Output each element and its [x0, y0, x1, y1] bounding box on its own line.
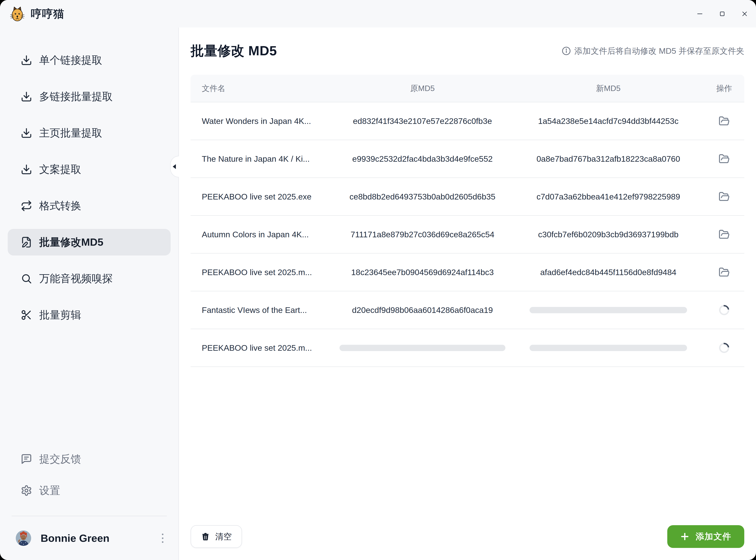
sidebar-item-label: 批量修改MD5	[39, 235, 103, 249]
user-row: Bonnie Green	[8, 516, 171, 560]
old-md5: 711171a8e879b27c036d69ce8a265c54	[338, 229, 507, 239]
avatar	[16, 531, 31, 546]
cat-logo-icon	[10, 4, 24, 23]
scissors-icon	[21, 309, 32, 321]
old-md5: e9939c2532d2fac4bda3b3d4e9fce552	[338, 154, 507, 164]
sidebar-item-batch-modify-md5[interactable]: 批量修改MD5	[8, 229, 171, 256]
open-folder-button[interactable]	[718, 153, 730, 165]
table-row: Autumn Colors in Japan 4K... 711171a8e87…	[191, 216, 744, 254]
sidebar-item-label: 多链接批量提取	[39, 89, 113, 104]
table-row: PEEKABOO live set 2025.m...	[191, 329, 744, 367]
feedback-icon	[21, 453, 32, 465]
open-folder-button[interactable]	[718, 115, 730, 127]
file-name: Fantastic VIews of the Eart...	[191, 305, 338, 315]
column-header-new-md5: 新MD5	[507, 83, 709, 94]
file-name: Autumn Colors in Japan 4K...	[191, 229, 338, 239]
sidebar-item-media-sniffer[interactable]: 万能音视频嗅探	[8, 265, 171, 292]
table-row: PEEKABOO live set 2025.exe ce8bd8b2ed649…	[191, 178, 744, 216]
file-name: PEEKABOO live set 2025.m...	[191, 267, 338, 277]
sidebar-item-label: 格式转换	[39, 199, 81, 213]
folder-open-icon	[719, 116, 730, 127]
processing-spinner-icon	[717, 303, 731, 317]
new-md5: c30fcb7ef6b0209b3cb9d36937199bdb	[507, 229, 709, 239]
sidebar-item-label: 批量剪辑	[39, 308, 81, 322]
table-row: Fantastic VIews of the Eart... d20ecdf9d…	[191, 292, 744, 329]
md5-table: 文件名 原MD5 新MD5 操作 Water Wonders in Japan …	[191, 75, 744, 367]
file-name: PEEKABOO live set 2025.exe	[191, 192, 338, 201]
search-icon	[21, 273, 32, 284]
table-row: Water Wonders in Japan 4K... ed832f41f34…	[191, 102, 744, 140]
app-window: 哼哼猫 单个链接提取 多链接批量提取	[0, 0, 756, 560]
sidebar-item-batch-clip[interactable]: 批量剪辑	[8, 302, 171, 328]
file-name: Water Wonders in Japan 4K...	[191, 116, 338, 126]
gear-icon	[21, 485, 32, 496]
sidebar-item-settings[interactable]: 设置	[8, 477, 171, 504]
title-bar: 哼哼猫	[0, 0, 756, 27]
user-name: Bonnie Green	[41, 532, 157, 544]
open-folder-button[interactable]	[718, 191, 730, 203]
auto-modify-hint: 添加文件后将自动修改 MD5 并保存至原文件夹	[562, 45, 744, 57]
new-md5: c7d07a3a62bbea41e412ef9798225989	[507, 192, 709, 201]
maximize-button[interactable]	[718, 10, 726, 18]
sidebar-item-label: 设置	[39, 483, 60, 498]
page-title: 批量修改 MD5	[191, 42, 277, 60]
hint-text: 添加文件后将自动修改 MD5 并保存至原文件夹	[574, 45, 744, 57]
sidebar-item-label: 提交反馈	[39, 452, 81, 466]
add-files-button[interactable]: 添加文件	[667, 525, 744, 548]
column-header-action: 操作	[709, 83, 744, 94]
sidebar-item-single-link-extract[interactable]: 单个链接提取	[8, 47, 171, 74]
clear-button-label: 清空	[215, 531, 232, 542]
trash-icon	[201, 532, 210, 541]
old-md5: 18c23645ee7b0904569d6924af114bc3	[338, 267, 507, 277]
table-row: The Nature in Japan 4K / Ki... e9939c253…	[191, 140, 744, 178]
download-icon	[21, 91, 32, 102]
file-edit-icon	[21, 236, 32, 248]
sidebar-collapse-handle[interactable]	[170, 156, 179, 177]
processing-spinner-icon	[717, 341, 731, 355]
old-md5: ce8bd8b2ed6493753b0ab0d2605d6b35	[338, 192, 507, 201]
sidebar-item-homepage-batch-extract[interactable]: 主页批量提取	[8, 120, 171, 146]
main-panel: 批量修改 MD5 添加文件后将自动修改 MD5 并保存至原文件夹 文件名 原MD…	[179, 27, 756, 560]
new-md5: afad6ef4edc84b445f1156d0e8fd9484	[507, 267, 709, 277]
new-md5: 1a54a238e5e14acfd7c94dd3bf44253c	[507, 116, 709, 126]
new-md5: 0a8e7bad767ba312afb18223ca8a0760	[507, 154, 709, 164]
clear-button[interactable]: 清空	[191, 525, 242, 548]
sidebar-item-label: 万能音视频嗅探	[39, 272, 113, 286]
info-icon	[562, 46, 571, 56]
column-header-old-md5: 原MD5	[338, 83, 507, 94]
sidebar: 单个链接提取 多链接批量提取 主页批量提取 文案提取	[0, 27, 179, 560]
sidebar-item-copywriting-extract[interactable]: 文案提取	[8, 156, 171, 183]
progress-placeholder	[530, 307, 687, 313]
table-header: 文件名 原MD5 新MD5 操作	[191, 75, 744, 102]
user-menu-button[interactable]	[157, 530, 168, 546]
sidebar-item-feedback[interactable]: 提交反馈	[8, 446, 171, 472]
sidebar-item-label: 单个链接提取	[39, 53, 102, 67]
actions-bar: 清空 添加文件	[191, 525, 744, 548]
folder-open-icon	[719, 229, 730, 240]
download-icon	[21, 55, 32, 66]
file-name: PEEKABOO live set 2025.m...	[191, 343, 338, 353]
convert-icon	[21, 200, 32, 212]
minimize-button[interactable]	[696, 10, 704, 18]
sidebar-item-label: 主页批量提取	[39, 126, 102, 140]
progress-placeholder	[530, 345, 687, 351]
folder-open-icon	[719, 191, 730, 202]
progress-placeholder	[339, 345, 505, 351]
chevron-left-icon	[173, 164, 176, 169]
old-md5: d20ecdf9d98b06aa6014286a6f0aca19	[338, 305, 507, 315]
plus-icon	[680, 532, 689, 541]
open-folder-button[interactable]	[718, 228, 730, 241]
folder-open-icon	[719, 267, 730, 278]
add-files-button-label: 添加文件	[696, 531, 731, 542]
download-icon	[21, 164, 32, 175]
close-button[interactable]	[741, 10, 749, 18]
sidebar-item-format-convert[interactable]: 格式转换	[8, 193, 171, 219]
sidebar-item-multi-link-extract[interactable]: 多链接批量提取	[8, 83, 171, 110]
app-title: 哼哼猫	[31, 6, 64, 21]
download-icon	[21, 127, 32, 139]
column-header-filename: 文件名	[191, 83, 338, 94]
sidebar-item-label: 文案提取	[39, 162, 81, 177]
table-row: PEEKABOO live set 2025.m... 18c23645ee7b…	[191, 254, 744, 292]
open-folder-button[interactable]	[718, 266, 730, 278]
folder-open-icon	[719, 153, 730, 164]
